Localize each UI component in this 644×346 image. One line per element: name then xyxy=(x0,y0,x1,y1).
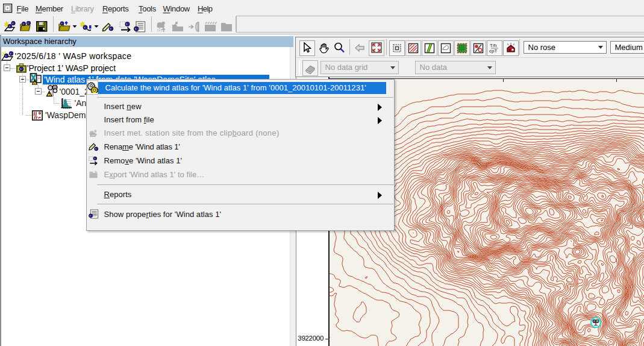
svg-text:T/h: T/h xyxy=(490,43,497,48)
svg-text:cpT: cpT xyxy=(489,48,497,54)
